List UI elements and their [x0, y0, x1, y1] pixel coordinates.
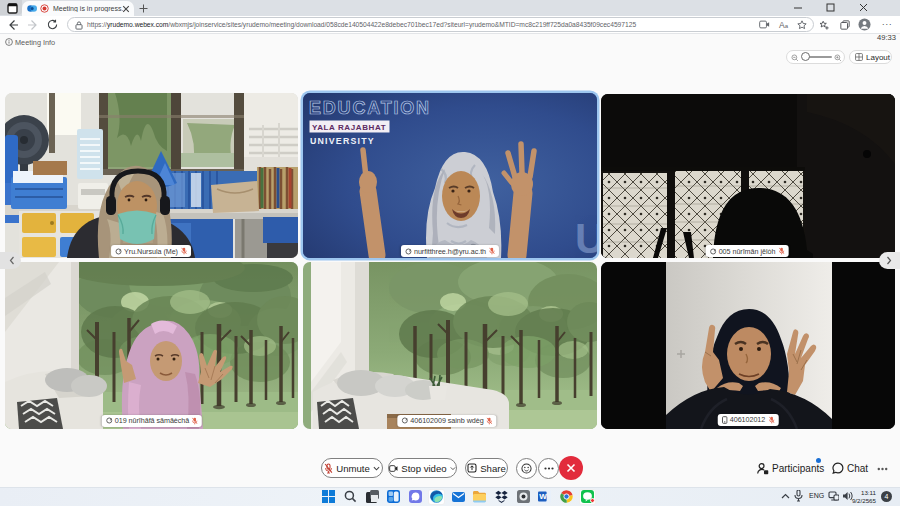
svg-text:W: W — [539, 492, 547, 501]
svg-text:YALA RAJABHAT: YALA RAJABHAT — [312, 123, 386, 132]
svg-text:U: U — [575, 215, 597, 258]
svg-text:UNIVERSITY: UNIVERSITY — [310, 136, 375, 146]
svg-text:EDUCATION: EDUCATION — [309, 98, 431, 118]
